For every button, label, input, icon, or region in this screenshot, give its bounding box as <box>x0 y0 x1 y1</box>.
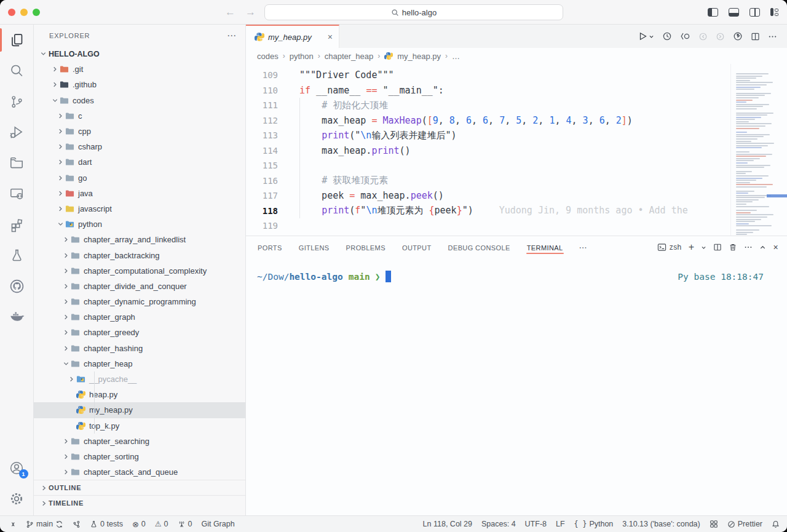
kill-terminal-icon[interactable] <box>729 243 737 252</box>
status-language-mode[interactable]: { }Python <box>574 520 614 528</box>
breadcrumb-item-my-heap-py[interactable]: my_heap.py <box>397 52 441 61</box>
tree-item-chapter-array-and-linkedlist[interactable]: chapter_array_and_linkedlist <box>34 232 245 247</box>
code-line-116[interactable]: 116 # 获取堆顶元素 <box>246 173 787 189</box>
status-encoding[interactable]: UTF-8 <box>525 520 547 528</box>
toggle-secondary-sidebar-icon[interactable] <box>749 8 760 17</box>
status-git-graph[interactable]: Git Graph <box>201 520 234 528</box>
status-prettier[interactable]: Prettier <box>727 520 762 528</box>
tree-item-c[interactable]: c <box>34 108 245 124</box>
close-window-button[interactable] <box>8 9 15 16</box>
status-cursor-position[interactable]: Ln 118, Col 29 <box>423 520 472 528</box>
code-line-113[interactable]: 113 print("\n输入列表并建堆后") <box>246 128 787 143</box>
outline-section[interactable]: OUTLINE <box>34 480 245 495</box>
tree-item-git[interactable]: .git <box>34 62 245 77</box>
activity-bar-extensions-icon[interactable] <box>0 209 34 240</box>
command-center-search[interactable]: hello-algo <box>264 4 563 20</box>
toggle-panel-icon[interactable] <box>729 8 739 17</box>
run-python-file-icon[interactable] <box>638 31 654 41</box>
tree-item-chapter-stack-and-queue[interactable]: chapter_stack_and_queue <box>34 464 245 480</box>
terminal-content[interactable]: ~/Dow/hello-algomain❯ Py base 18:18:47 <box>246 258 787 515</box>
activity-bar-docker-icon[interactable] <box>0 301 34 332</box>
minimap[interactable] <box>730 64 780 236</box>
new-terminal-icon[interactable]: + <box>689 242 695 253</box>
tree-item-chapter-divide-and-conquer[interactable]: chapter_divide_and_conquer <box>34 279 245 294</box>
tree-item-chapter-sorting[interactable]: chapter_sorting <box>34 449 245 464</box>
status-gitlens[interactable] <box>73 520 81 528</box>
panel-tab-problems[interactable]: PROBLEMS <box>346 238 386 256</box>
status-remote[interactable] <box>9 520 17 528</box>
terminal-dropdown-icon[interactable] <box>701 245 706 250</box>
tree-item-github[interactable]: .github <box>34 77 245 92</box>
code-line-110[interactable]: 110if __name__ == "__main__": <box>246 83 787 98</box>
status-indentation[interactable]: Spaces: 4 <box>481 520 516 528</box>
tree-item-chapter-dynamic-programming[interactable]: chapter_dynamic_programming <box>34 294 245 309</box>
tree-item-codes[interactable]: codes <box>34 93 245 108</box>
code-line-115[interactable]: 115 <box>246 158 787 173</box>
activity-bar-run-debug-icon[interactable] <box>0 117 34 148</box>
panel-tab-debug-console[interactable]: DEBUG CONSOLE <box>448 238 511 256</box>
git-graph-icon[interactable] <box>733 31 743 41</box>
split-editor-icon[interactable] <box>751 32 760 41</box>
tree-item-javascript[interactable]: javascript <box>34 201 245 216</box>
tree-item-top-k-py[interactable]: top_k.py <box>34 418 245 434</box>
activity-bar-github-icon[interactable] <box>0 271 34 301</box>
tree-item-chapter-hashing[interactable]: chapter_hashing <box>34 341 245 356</box>
panel-tab-ports[interactable]: PORTS <box>257 238 283 256</box>
zoom-window-button[interactable] <box>33 9 40 16</box>
tree-item-chapter-greedy[interactable]: chapter_greedy <box>34 325 245 340</box>
tree-item-chapter-backtracking[interactable]: chapter_backtracking <box>34 247 245 263</box>
tree-item-heap-py[interactable]: heap.py <box>34 387 245 402</box>
status-tests[interactable]: 0 tests <box>90 520 123 528</box>
code-line-112[interactable]: 112 max_heap = MaxHeap([9, 8, 6, 6, 7, 5… <box>246 113 787 129</box>
tree-item-python[interactable]: python <box>34 216 245 232</box>
code-line-117[interactable]: 117 peek = max_heap.peek() <box>246 188 787 204</box>
activity-bar-explorer-icon[interactable] <box>0 25 34 55</box>
tree-item-cpp[interactable]: cpp <box>34 124 245 139</box>
code-line-119[interactable]: 119 <box>246 218 787 234</box>
tree-item-chapter-searching[interactable]: chapter_searching <box>34 434 245 449</box>
panel-tab-output[interactable]: OUTPUT <box>401 238 432 256</box>
gitlens-compare-icon[interactable] <box>680 31 690 41</box>
code-line-109[interactable]: 109"""Driver Code""" <box>246 68 787 83</box>
tree-item-my-heap-py[interactable]: my_heap.py <box>34 402 245 418</box>
activity-bar-live-preview-icon[interactable] <box>0 178 34 209</box>
panel-tab-gitlens[interactable]: GITLENS <box>298 238 330 256</box>
code-editor[interactable]: 109"""Driver Code"""110if __name__ == "_… <box>246 64 787 236</box>
tree-item-chapter-graph[interactable]: chapter_graph <box>34 309 245 325</box>
breadcrumb-item-python[interactable]: python <box>290 52 314 61</box>
split-terminal-icon[interactable] <box>713 243 722 252</box>
breadcrumb-item-[interactable]: … <box>452 52 460 61</box>
accounts-icon[interactable]: 1 <box>0 453 34 483</box>
previous-change-icon[interactable] <box>698 32 708 41</box>
status-errors[interactable]: ⊗0 <box>132 520 146 529</box>
status-ports[interactable]: 0 <box>178 520 192 528</box>
tree-item-chapter-heap[interactable]: chapter_heap <box>34 356 245 371</box>
tree-item-java[interactable]: java <box>34 186 245 201</box>
code-line-114[interactable]: 114 max_heap.print() <box>246 143 787 159</box>
settings-gear-icon[interactable] <box>0 483 34 514</box>
toggle-primary-sidebar-icon[interactable] <box>708 8 718 17</box>
status-notifications[interactable] <box>772 520 780 528</box>
close-panel-icon[interactable]: × <box>773 242 778 252</box>
maximize-panel-icon[interactable] <box>759 244 766 251</box>
nav-forward-icon[interactable]: → <box>245 6 256 18</box>
more-actions-icon[interactable] <box>768 32 777 41</box>
tree-item-pycache[interactable]: __pycache__ <box>34 371 245 387</box>
breadcrumb-item-codes[interactable]: codes <box>257 52 279 61</box>
activity-bar-remote-explorer-icon[interactable] <box>0 148 34 178</box>
minimize-window-button[interactable] <box>20 9 28 16</box>
code-line-111[interactable]: 111 # 初始化大顶堆 <box>246 98 787 113</box>
panel-tabs-more-icon[interactable]: ⋯ <box>579 243 587 252</box>
tree-item-chapter-computational-complexity[interactable]: chapter_computational_complexity <box>34 263 245 279</box>
status-blocks[interactable] <box>710 520 718 528</box>
panel-more-icon[interactable] <box>744 243 753 252</box>
tree-item-dart[interactable]: dart <box>34 154 245 170</box>
timeline-section[interactable]: TIMELINE <box>34 495 245 510</box>
tab-close-icon[interactable]: × <box>328 32 333 42</box>
customize-layout-icon[interactable] <box>770 8 778 16</box>
tab-my-heap[interactable]: my_heap.py × <box>246 25 339 48</box>
code-line-118[interactable]: 118 print(f"\n堆顶元素为 {peek}")Yudong Jin, … <box>246 204 787 219</box>
status-branch[interactable]: main <box>26 520 63 528</box>
activity-bar-search-icon[interactable] <box>0 55 34 86</box>
activity-bar-testing-icon[interactable] <box>0 240 34 271</box>
